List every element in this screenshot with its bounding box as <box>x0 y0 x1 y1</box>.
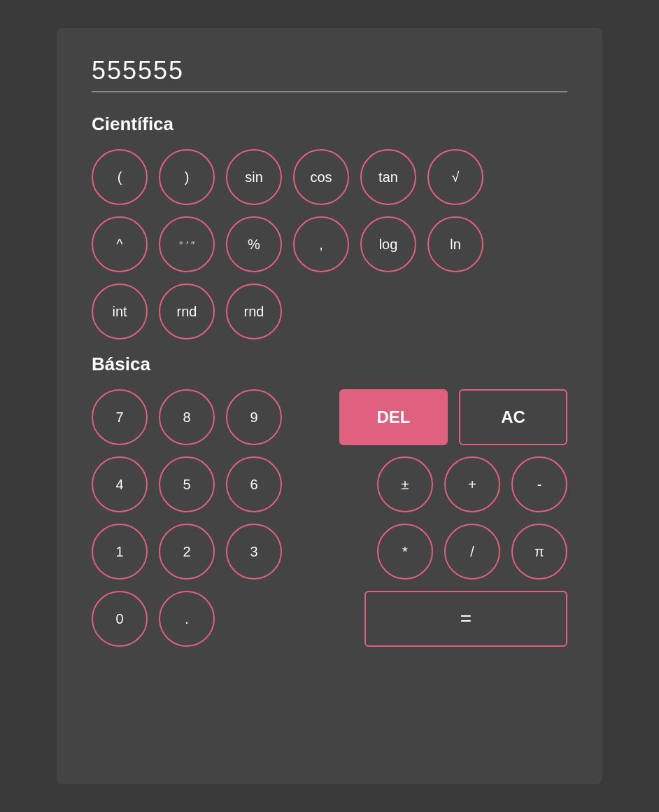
minus-button[interactable]: - <box>511 456 567 512</box>
open-paren-button[interactable]: ( <box>92 149 148 205</box>
percent-button[interactable]: % <box>226 216 282 272</box>
power-button[interactable]: ^ <box>92 216 148 272</box>
divide-button[interactable]: / <box>444 524 500 580</box>
ac-button[interactable]: AC <box>459 389 567 445</box>
display-area: 555555 <box>92 56 567 92</box>
four-button[interactable]: 4 <box>92 456 148 512</box>
rnd1-button[interactable]: rnd <box>159 284 215 340</box>
plus-button[interactable]: + <box>444 456 500 512</box>
basic-row-2: 4 5 6 ± + - <box>92 456 567 512</box>
scientific-section: Científica ( ) sin cos tan √ ^ ° ′ ″ % ,… <box>92 113 567 340</box>
seven-button[interactable]: 7 <box>92 389 148 445</box>
basic-row-4: 0 . = <box>92 591 567 647</box>
two-button[interactable]: 2 <box>159 524 215 580</box>
scientific-title: Científica <box>92 113 567 135</box>
pi-button[interactable]: π <box>511 524 567 580</box>
sci-row-1: ( ) sin cos tan √ <box>92 149 567 205</box>
comma-button[interactable]: , <box>293 216 349 272</box>
tan-button[interactable]: tan <box>360 149 416 205</box>
display-value: 555555 <box>92 56 567 92</box>
multiply-button[interactable]: * <box>377 524 433 580</box>
eight-button[interactable]: 8 <box>159 389 215 445</box>
close-paren-button[interactable]: ) <box>159 149 215 205</box>
decimal-button[interactable]: . <box>159 591 215 647</box>
six-button[interactable]: 6 <box>226 456 282 512</box>
sin-button[interactable]: sin <box>226 149 282 205</box>
basic-row-1: 7 8 9 DEL AC <box>92 389 567 445</box>
degrees-button[interactable]: ° ′ ″ <box>159 216 215 272</box>
basic-title: Básica <box>92 354 567 375</box>
five-button[interactable]: 5 <box>159 456 215 512</box>
calculator: 555555 Científica ( ) sin cos tan √ ^ ° … <box>57 28 602 784</box>
equals-button[interactable]: = <box>364 591 567 647</box>
nine-button[interactable]: 9 <box>226 389 282 445</box>
rnd2-button[interactable]: rnd <box>226 284 282 340</box>
cos-button[interactable]: cos <box>293 149 349 205</box>
int-button[interactable]: int <box>92 284 148 340</box>
three-button[interactable]: 3 <box>226 524 282 580</box>
basic-row-3: 1 2 3 * / π <box>92 524 567 580</box>
del-button[interactable]: DEL <box>339 389 448 445</box>
sci-row-3: int rnd rnd <box>92 284 567 340</box>
sci-row-2: ^ ° ′ ″ % , log ln <box>92 216 567 272</box>
zero-button[interactable]: 0 <box>92 591 148 647</box>
ln-button[interactable]: ln <box>427 216 483 272</box>
one-button[interactable]: 1 <box>92 524 148 580</box>
sqrt-button[interactable]: √ <box>427 149 483 205</box>
plus-minus-button[interactable]: ± <box>377 456 433 512</box>
basic-section: Básica 7 8 9 DEL AC 4 5 6 ± + - 1 2 3 * <box>92 354 567 647</box>
log-button[interactable]: log <box>360 216 416 272</box>
